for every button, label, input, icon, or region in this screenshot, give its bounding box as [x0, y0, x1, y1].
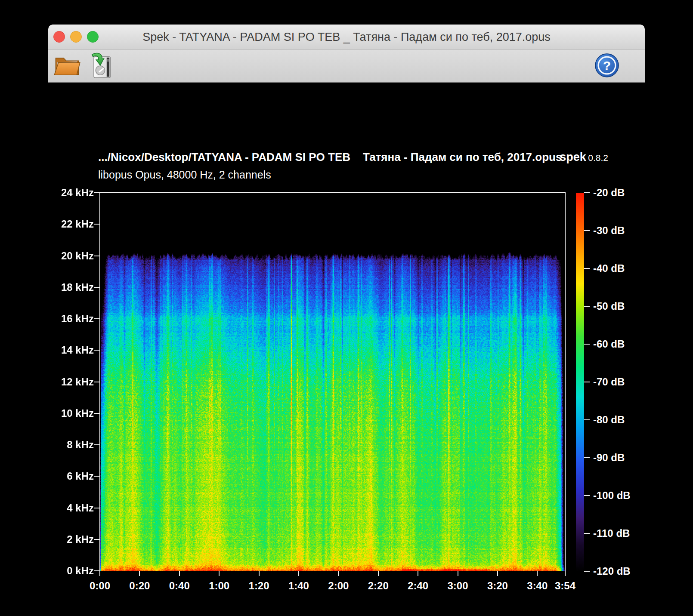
- x-axis-label: 0:40: [160, 580, 199, 591]
- y-axis-label: 10 kHz: [48, 407, 94, 420]
- legend-label: -60 dB: [593, 338, 625, 351]
- y-axis-label: 6 kHz: [48, 470, 94, 483]
- y-axis-label: 18 kHz: [48, 281, 94, 294]
- titlebar[interactable]: Spek - TATYANA - PADAM SI PO TEB _ Татян…: [48, 25, 645, 50]
- x-axis-tick: [378, 571, 379, 576]
- legend-colorbar: [576, 193, 584, 571]
- x-axis-label: 1:00: [200, 580, 238, 591]
- y-axis-label: 4 kHz: [48, 502, 94, 514]
- x-axis-tick: [418, 571, 418, 576]
- toolbar: ?: [48, 50, 645, 83]
- legend-tick: [584, 268, 590, 269]
- help-button[interactable]: ?: [595, 53, 619, 77]
- y-axis-label: 2 kHz: [48, 533, 94, 546]
- y-axis-tick: [94, 256, 100, 256]
- legend-label: -100 dB: [593, 489, 631, 502]
- x-axis-tick: [179, 571, 180, 576]
- legend-tick: [584, 382, 590, 382]
- app-window: Spek - TATYANA - PADAM SI PO TEB _ Татян…: [48, 25, 645, 616]
- x-axis-label: 2:40: [399, 580, 437, 591]
- zoom-button[interactable]: [87, 31, 99, 43]
- y-axis-tick: [94, 476, 100, 477]
- legend-tick: [584, 344, 590, 345]
- svg-text:?: ?: [603, 59, 611, 73]
- x-axis-label: 2:20: [359, 580, 398, 591]
- x-axis-tick: [219, 571, 220, 576]
- file-path: .../Nicox/Desktop/TATYANA - PADAM SI PO …: [98, 151, 562, 164]
- legend-tick: [584, 230, 590, 231]
- spectrogram-canvas: [100, 193, 565, 571]
- x-axis-tick: [458, 571, 458, 576]
- spectrogram-panel: .../Nicox/Desktop/TATYANA - PADAM SI PO …: [48, 83, 645, 616]
- legend-tick: [584, 571, 590, 572]
- plot-frame: [99, 192, 566, 571]
- save-disk-icon: [86, 52, 115, 81]
- legend-label: -20 dB: [593, 186, 625, 199]
- legend-tick: [584, 306, 590, 307]
- y-axis-tick: [94, 318, 100, 319]
- x-axis-tick: [298, 571, 299, 576]
- legend-label: -80 dB: [593, 413, 625, 426]
- legend-label: -110 dB: [593, 527, 630, 540]
- x-axis-label: 1:40: [279, 580, 318, 591]
- y-axis-label: 12 kHz: [48, 376, 94, 388]
- y-axis-tick: [94, 444, 100, 445]
- x-axis-tick: [537, 571, 538, 576]
- x-axis-label: 0:00: [80, 580, 119, 591]
- y-axis-tick: [94, 287, 100, 288]
- legend-label: -70 dB: [593, 376, 625, 388]
- window-title: Spek - TATYANA - PADAM SI PO TEB _ Татян…: [104, 25, 589, 49]
- y-axis-label: 20 kHz: [48, 249, 94, 262]
- open-folder-icon: [53, 52, 82, 81]
- y-axis-label: 22 kHz: [48, 218, 94, 231]
- legend-label: -90 dB: [593, 451, 625, 464]
- x-axis-tick: [99, 571, 100, 576]
- open-file-button[interactable]: [53, 52, 82, 81]
- legend-label: -30 dB: [593, 224, 625, 237]
- help-icon: ?: [595, 53, 619, 77]
- app-version: 0.8.2: [588, 153, 608, 163]
- legend-tick: [584, 457, 590, 458]
- x-axis-label: 0:20: [120, 580, 159, 591]
- x-axis-label: 3:00: [439, 580, 477, 591]
- x-axis-tick: [139, 571, 140, 576]
- legend-tick: [584, 533, 590, 534]
- app-name: spek: [560, 151, 586, 163]
- x-axis-tick: [565, 571, 566, 576]
- legend-tick: [584, 192, 590, 193]
- legend-tick: [584, 495, 590, 496]
- x-axis-label: 1:20: [240, 580, 278, 591]
- y-axis-label: 0 kHz: [48, 564, 94, 577]
- x-axis-tick: [259, 571, 260, 576]
- minimize-button[interactable]: [70, 31, 82, 43]
- y-axis-tick: [94, 192, 100, 193]
- close-button[interactable]: [53, 31, 65, 43]
- legend-tick: [584, 419, 590, 420]
- y-axis-tick: [94, 382, 100, 382]
- y-axis-label: 24 kHz: [48, 186, 94, 199]
- y-axis-tick: [94, 224, 100, 225]
- y-axis-tick: [94, 508, 100, 508]
- y-axis-label: 8 kHz: [48, 438, 94, 451]
- save-image-button[interactable]: [86, 52, 115, 81]
- y-axis-tick: [94, 350, 100, 351]
- legend-label: -50 dB: [593, 300, 625, 313]
- x-axis-tick: [497, 571, 498, 576]
- y-axis-label: 14 kHz: [48, 344, 94, 357]
- x-axis-label: 3:54: [546, 580, 585, 591]
- x-axis-label: 2:00: [319, 580, 358, 591]
- y-axis-label: 16 kHz: [48, 312, 94, 325]
- format-info: libopus Opus, 48000 Hz, 2 channels: [98, 169, 271, 181]
- x-axis-tick: [338, 571, 339, 576]
- app-version-badge: spek 0.8.2: [560, 151, 608, 164]
- x-axis-label: 3:20: [478, 580, 517, 591]
- y-axis-tick: [94, 539, 100, 540]
- legend-label: -40 dB: [593, 262, 625, 275]
- legend-label: -120 dB: [593, 565, 631, 578]
- y-axis-tick: [94, 413, 100, 414]
